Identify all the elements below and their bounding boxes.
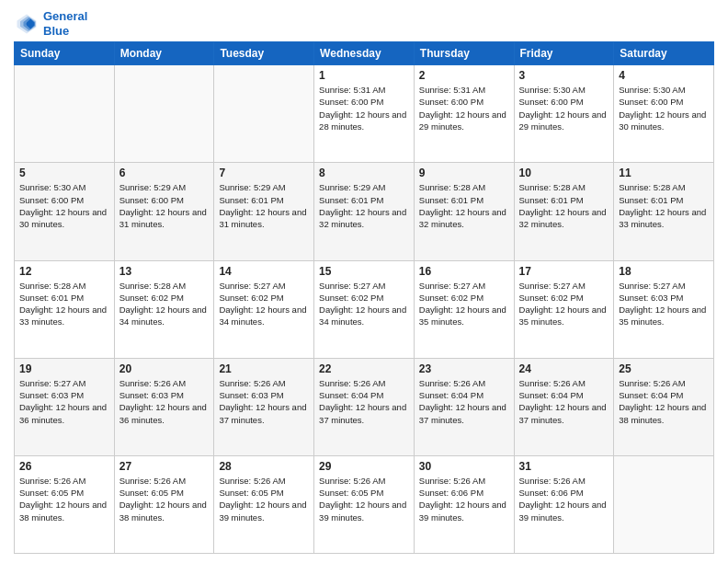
day-number: 21 xyxy=(219,362,309,375)
day-number: 9 xyxy=(419,167,509,179)
day-info: Sunrise: 5:30 AM Sunset: 6:00 PM Dayligh… xyxy=(519,84,609,132)
day-number: 26 xyxy=(19,460,109,473)
calendar-cell: 5Sunrise: 5:30 AM Sunset: 6:00 PM Daylig… xyxy=(15,163,115,260)
calendar-cell: 7Sunrise: 5:29 AM Sunset: 6:01 PM Daylig… xyxy=(214,163,314,260)
calendar-cell: 10Sunrise: 5:28 AM Sunset: 6:01 PM Dayli… xyxy=(514,163,614,260)
calendar-cell: 12Sunrise: 5:28 AM Sunset: 6:01 PM Dayli… xyxy=(15,260,115,358)
day-info: Sunrise: 5:29 AM Sunset: 6:00 PM Dayligh… xyxy=(119,181,210,230)
calendar-week-1: 1Sunrise: 5:31 AM Sunset: 6:00 PM Daylig… xyxy=(15,65,714,163)
day-number: 25 xyxy=(619,362,709,375)
calendar-cell: 3Sunrise: 5:30 AM Sunset: 6:00 PM Daylig… xyxy=(514,65,614,163)
day-info: Sunrise: 5:28 AM Sunset: 6:01 PM Dayligh… xyxy=(419,181,509,230)
calendar-cell: 2Sunrise: 5:31 AM Sunset: 6:00 PM Daylig… xyxy=(414,65,514,163)
day-number: 28 xyxy=(219,460,309,473)
logo-text: General Blue xyxy=(43,9,87,38)
day-number: 24 xyxy=(519,362,609,375)
calendar-cell: 13Sunrise: 5:28 AM Sunset: 6:02 PM Dayli… xyxy=(114,260,214,358)
day-info: Sunrise: 5:28 AM Sunset: 6:01 PM Dayligh… xyxy=(19,280,109,328)
day-number: 23 xyxy=(419,362,509,375)
day-info: Sunrise: 5:30 AM Sunset: 6:00 PM Dayligh… xyxy=(619,84,709,132)
day-info: Sunrise: 5:26 AM Sunset: 6:04 PM Dayligh… xyxy=(519,377,609,426)
day-info: Sunrise: 5:26 AM Sunset: 6:06 PM Dayligh… xyxy=(419,475,509,523)
day-info: Sunrise: 5:31 AM Sunset: 6:00 PM Dayligh… xyxy=(319,84,409,132)
weekday-header-monday: Monday xyxy=(114,42,214,65)
calendar-cell: 9Sunrise: 5:28 AM Sunset: 6:01 PM Daylig… xyxy=(414,163,514,260)
calendar-cell: 21Sunrise: 5:26 AM Sunset: 6:03 PM Dayli… xyxy=(214,358,314,455)
calendar-cell: 20Sunrise: 5:26 AM Sunset: 6:03 PM Dayli… xyxy=(114,358,214,455)
page: General Blue SundayMondayTuesdayWednesda… xyxy=(0,0,728,563)
day-info: Sunrise: 5:26 AM Sunset: 6:05 PM Dayligh… xyxy=(119,475,210,523)
day-info: Sunrise: 5:26 AM Sunset: 6:04 PM Dayligh… xyxy=(419,377,509,426)
day-info: Sunrise: 5:27 AM Sunset: 6:02 PM Dayligh… xyxy=(219,280,309,328)
calendar-week-4: 19Sunrise: 5:27 AM Sunset: 6:03 PM Dayli… xyxy=(15,358,714,455)
day-number: 22 xyxy=(319,362,409,375)
calendar-table: SundayMondayTuesdayWednesdayThursdayFrid… xyxy=(14,41,714,554)
logo-icon xyxy=(14,11,40,37)
day-number: 20 xyxy=(119,362,210,375)
day-info: Sunrise: 5:27 AM Sunset: 6:03 PM Dayligh… xyxy=(19,377,109,426)
day-number: 14 xyxy=(219,265,309,278)
calendar-week-3: 12Sunrise: 5:28 AM Sunset: 6:01 PM Dayli… xyxy=(15,260,714,358)
day-number: 4 xyxy=(619,69,709,82)
logo: General Blue xyxy=(14,9,87,38)
weekday-header-wednesday: Wednesday xyxy=(314,42,415,65)
calendar-cell: 23Sunrise: 5:26 AM Sunset: 6:04 PM Dayli… xyxy=(414,358,514,455)
calendar-cell: 4Sunrise: 5:30 AM Sunset: 6:00 PM Daylig… xyxy=(614,65,714,163)
day-info: Sunrise: 5:28 AM Sunset: 6:01 PM Dayligh… xyxy=(619,181,709,230)
day-number: 1 xyxy=(319,69,409,82)
calendar-cell: 17Sunrise: 5:27 AM Sunset: 6:02 PM Dayli… xyxy=(514,260,614,358)
day-info: Sunrise: 5:27 AM Sunset: 6:02 PM Dayligh… xyxy=(519,280,609,328)
weekday-header-saturday: Saturday xyxy=(614,42,714,65)
weekday-header-friday: Friday xyxy=(514,42,614,65)
day-info: Sunrise: 5:26 AM Sunset: 6:04 PM Dayligh… xyxy=(319,377,409,426)
calendar-cell: 30Sunrise: 5:26 AM Sunset: 6:06 PM Dayli… xyxy=(414,455,514,553)
weekday-header-thursday: Thursday xyxy=(414,42,514,65)
day-info: Sunrise: 5:26 AM Sunset: 6:05 PM Dayligh… xyxy=(219,475,309,523)
day-info: Sunrise: 5:26 AM Sunset: 6:03 PM Dayligh… xyxy=(119,377,210,426)
calendar-cell: 15Sunrise: 5:27 AM Sunset: 6:02 PM Dayli… xyxy=(314,260,415,358)
day-number: 29 xyxy=(319,460,409,473)
header: General Blue xyxy=(14,9,714,38)
calendar-cell: 14Sunrise: 5:27 AM Sunset: 6:02 PM Dayli… xyxy=(214,260,314,358)
calendar-week-5: 26Sunrise: 5:26 AM Sunset: 6:05 PM Dayli… xyxy=(15,455,714,553)
day-number: 16 xyxy=(419,265,509,278)
day-number: 31 xyxy=(519,460,609,473)
day-number: 27 xyxy=(119,460,210,473)
calendar-cell: 1Sunrise: 5:31 AM Sunset: 6:00 PM Daylig… xyxy=(314,65,415,163)
calendar-cell: 28Sunrise: 5:26 AM Sunset: 6:05 PM Dayli… xyxy=(214,455,314,553)
calendar-cell xyxy=(15,65,115,163)
day-number: 10 xyxy=(519,167,609,179)
day-number: 5 xyxy=(19,167,109,179)
weekday-header-tuesday: Tuesday xyxy=(214,42,314,65)
weekday-header-sunday: Sunday xyxy=(15,42,115,65)
calendar-cell: 27Sunrise: 5:26 AM Sunset: 6:05 PM Dayli… xyxy=(114,455,214,553)
day-number: 11 xyxy=(619,167,709,179)
day-info: Sunrise: 5:30 AM Sunset: 6:00 PM Dayligh… xyxy=(19,181,109,230)
calendar-cell: 25Sunrise: 5:26 AM Sunset: 6:04 PM Dayli… xyxy=(614,358,714,455)
calendar-week-2: 5Sunrise: 5:30 AM Sunset: 6:00 PM Daylig… xyxy=(15,163,714,260)
day-number: 17 xyxy=(519,265,609,278)
calendar-cell: 16Sunrise: 5:27 AM Sunset: 6:02 PM Dayli… xyxy=(414,260,514,358)
day-info: Sunrise: 5:26 AM Sunset: 6:04 PM Dayligh… xyxy=(619,377,709,426)
day-info: Sunrise: 5:27 AM Sunset: 6:02 PM Dayligh… xyxy=(319,280,409,328)
day-number: 15 xyxy=(319,265,409,278)
calendar-cell: 19Sunrise: 5:27 AM Sunset: 6:03 PM Dayli… xyxy=(15,358,115,455)
calendar-cell xyxy=(114,65,214,163)
calendar-cell: 22Sunrise: 5:26 AM Sunset: 6:04 PM Dayli… xyxy=(314,358,415,455)
day-info: Sunrise: 5:31 AM Sunset: 6:00 PM Dayligh… xyxy=(419,84,509,132)
day-info: Sunrise: 5:26 AM Sunset: 6:06 PM Dayligh… xyxy=(519,475,609,523)
calendar-cell: 18Sunrise: 5:27 AM Sunset: 6:03 PM Dayli… xyxy=(614,260,714,358)
calendar-cell: 31Sunrise: 5:26 AM Sunset: 6:06 PM Dayli… xyxy=(514,455,614,553)
day-number: 8 xyxy=(319,167,409,179)
calendar-cell: 26Sunrise: 5:26 AM Sunset: 6:05 PM Dayli… xyxy=(15,455,115,553)
day-number: 30 xyxy=(419,460,509,473)
day-number: 12 xyxy=(19,265,109,278)
day-number: 7 xyxy=(219,167,309,179)
day-info: Sunrise: 5:27 AM Sunset: 6:02 PM Dayligh… xyxy=(419,280,509,328)
day-number: 18 xyxy=(619,265,709,278)
day-info: Sunrise: 5:28 AM Sunset: 6:02 PM Dayligh… xyxy=(119,280,210,328)
calendar-cell: 11Sunrise: 5:28 AM Sunset: 6:01 PM Dayli… xyxy=(614,163,714,260)
day-info: Sunrise: 5:26 AM Sunset: 6:03 PM Dayligh… xyxy=(219,377,309,426)
day-info: Sunrise: 5:26 AM Sunset: 6:05 PM Dayligh… xyxy=(319,475,409,523)
day-number: 6 xyxy=(119,167,210,179)
